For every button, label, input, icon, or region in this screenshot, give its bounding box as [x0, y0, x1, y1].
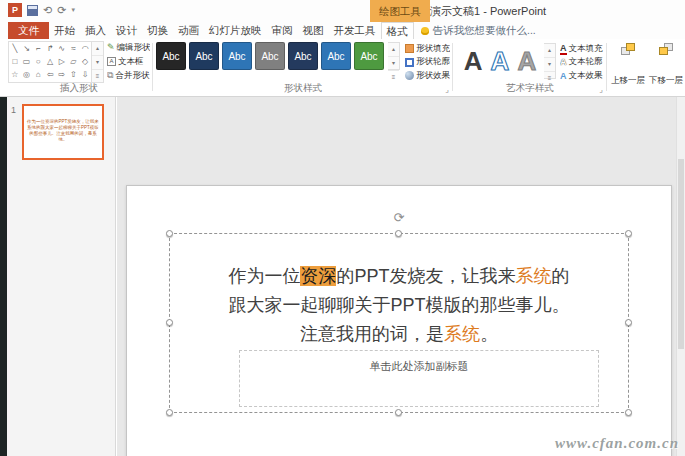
shape-effects-label: 形状效果: [416, 70, 450, 82]
shape-style-thumb[interactable]: Abc: [189, 42, 219, 70]
shape-glyph[interactable]: ▱: [68, 55, 80, 68]
dialog-launcher-icon[interactable]: ⌟: [445, 86, 449, 94]
selection-handle-bottom-middle[interactable]: [395, 409, 402, 416]
title-placeholder[interactable]: ⟳ 作为一位资深的PPT发烧友，让我来系统的跟大家一起聊聊关于PPT模版的那些事…: [169, 233, 629, 413]
slide-thumbnail-preview: 作为一位资深的PPT发烧友，让我来系统的跟大家一起聊聊关于PPT模版的那些事儿。…: [24, 106, 102, 143]
bring-forward-button[interactable]: 上移一层: [610, 43, 646, 87]
shape-outline-icon: [405, 58, 414, 67]
title-text-line: 注意我用的词，是系统。: [170, 320, 628, 349]
shape-style-thumb[interactable]: Abc: [354, 42, 384, 70]
selection-handle-top-right[interactable]: [625, 230, 632, 237]
watermark: www.cfan.com.cn: [555, 435, 679, 452]
scroll-down-icon[interactable]: ▾: [388, 56, 399, 70]
scroll-down-icon[interactable]: ▾: [92, 55, 103, 69]
edit-shape-icon: ✎: [107, 43, 115, 52]
slide-title-text[interactable]: 作为一位资深的PPT发烧友，让我来系统的跟大家一起聊聊关于PPT模版的那些事儿。…: [170, 262, 628, 349]
shape-glyph[interactable]: ▷: [56, 55, 68, 68]
subtitle-placeholder[interactable]: 单击此处添加副标题: [239, 350, 599, 407]
title-text-segment: 资深: [300, 266, 336, 286]
text-outline-label: 文本轮廓: [569, 56, 603, 68]
shape-fill-button[interactable]: 形状填充 ▾: [405, 42, 450, 55]
scroll-up-icon[interactable]: ▴: [92, 42, 103, 55]
qat-customize-dropdown-icon[interactable]: ▾: [71, 6, 75, 14]
selection-handle-top-left[interactable]: [166, 230, 173, 237]
text-fill-button[interactable]: A 文本填充 ▾: [560, 42, 604, 55]
tab-file[interactable]: 文件: [8, 22, 49, 39]
wordart-gallery: A A A: [458, 43, 542, 79]
shape-glyph[interactable]: ⌂: [32, 68, 44, 81]
shape-style-thumb[interactable]: Abc: [321, 42, 351, 70]
scrollbar-thumb[interactable]: [678, 159, 684, 349]
shape-style-thumb[interactable]: Abc: [288, 42, 318, 70]
shape-glyph[interactable]: △: [44, 55, 56, 68]
tab-view[interactable]: 视图: [298, 22, 329, 39]
shape-glyph[interactable]: ○: [32, 55, 44, 68]
text-box-label: 文本框: [118, 56, 144, 68]
wordart-style-thumb[interactable]: A: [464, 48, 483, 74]
shape-style-gallery: AbcAbcAbcAbcAbcAbcAbc: [156, 42, 384, 70]
shape-glyph[interactable]: ≈: [68, 42, 80, 55]
tab-transitions[interactable]: 切换: [142, 22, 173, 39]
send-backward-button[interactable]: 下移一层: [648, 43, 684, 87]
edit-shape-button[interactable]: ✎ 编辑形状 ▾: [107, 41, 150, 54]
wordart-gallery-scrollbar[interactable]: ▴ ▾ ≡: [544, 43, 556, 79]
shape-glyph[interactable]: ☆: [9, 68, 21, 81]
text-effects-button[interactable]: A 文本效果 ▾: [560, 69, 604, 82]
scroll-down-icon[interactable]: ▾: [544, 57, 555, 71]
shape-glyph[interactable]: ⌐: [32, 42, 44, 55]
shape-glyph[interactable]: ↘: [21, 42, 33, 55]
gallery-more-icon[interactable]: ≡: [92, 69, 103, 83]
shape-glyph[interactable]: ⇦: [44, 68, 56, 81]
tab-home[interactable]: 开始: [49, 22, 80, 39]
shape-glyph[interactable]: ◇: [79, 55, 91, 68]
rotate-handle-icon[interactable]: ⟳: [394, 210, 405, 225]
shape-glyph[interactable]: ↱: [44, 42, 56, 55]
scroll-up-icon[interactable]: ▴: [544, 44, 555, 57]
redo-icon[interactable]: ⟳: [57, 3, 66, 17]
merge-shapes-button[interactable]: ⧉ 合并形状 ▾: [107, 69, 150, 82]
shape-glyph[interactable]: □: [9, 55, 21, 68]
shape-style-thumb[interactable]: Abc: [255, 42, 285, 70]
tab-review[interactable]: 审阅: [267, 22, 298, 39]
tab-format[interactable]: 格式: [381, 22, 414, 39]
selection-handle-top-middle[interactable]: [395, 230, 402, 237]
slide-thumbnail[interactable]: 作为一位资深的PPT发烧友，让我来系统的跟大家一起聊聊关于PPT模版的那些事儿。…: [22, 104, 104, 160]
shape-glyph[interactable]: ╲: [9, 42, 21, 55]
tab-slideshow[interactable]: 幻灯片放映: [204, 22, 267, 39]
group-label-wordart-styles: 艺术字样式: [456, 82, 604, 95]
tab-animations[interactable]: 动画: [173, 22, 204, 39]
undo-icon[interactable]: ⟲: [43, 3, 52, 17]
save-icon[interactable]: [27, 5, 38, 16]
shape-glyph[interactable]: ∿: [56, 42, 68, 55]
tab-developer[interactable]: 开发工具: [329, 22, 381, 39]
lightbulb-icon: [421, 27, 429, 35]
selection-handle-bottom-left[interactable]: [166, 409, 173, 416]
shape-glyph[interactable]: ⇩: [79, 68, 91, 81]
tab-design[interactable]: 设计: [111, 22, 142, 39]
shape-gallery-scrollbar[interactable]: ▴ ▾ ≡: [92, 41, 104, 83]
powerpoint-icon[interactable]: P: [8, 3, 22, 17]
shape-glyph[interactable]: ◠: [79, 42, 91, 55]
wordart-style-thumb[interactable]: A: [517, 48, 536, 74]
shape-style-thumb[interactable]: Abc: [156, 42, 186, 70]
shape-glyph[interactable]: ◎: [21, 68, 33, 81]
wordart-style-thumb[interactable]: A: [491, 48, 510, 74]
tab-insert[interactable]: 插入: [80, 22, 111, 39]
vertical-scrollbar[interactable]: [676, 97, 685, 456]
tell-me-box[interactable]: 告诉我您想要做什么...: [414, 22, 543, 39]
merge-shapes-icon: ⧉: [107, 71, 113, 80]
selection-handle-bottom-right[interactable]: [625, 409, 632, 416]
text-outline-button[interactable]: A 文本轮廓 ▾: [560, 56, 604, 69]
scroll-up-icon[interactable]: ▴: [388, 43, 399, 56]
shape-glyph[interactable]: ⇧: [68, 68, 80, 81]
shape-style-thumb[interactable]: Abc: [222, 42, 252, 70]
quick-access-toolbar: P ⟲ ⟳ ▾: [8, 3, 75, 17]
text-box-button[interactable]: A 文本框: [107, 55, 150, 68]
shape-outline-button[interactable]: 形状轮廓 ▾: [405, 56, 450, 69]
slide[interactable]: ⟳ 作为一位资深的PPT发烧友，让我来系统的跟大家一起聊聊关于PPT模版的那些事…: [126, 185, 672, 456]
shape-style-gallery-scrollbar[interactable]: ▴ ▾ ≡: [388, 42, 400, 70]
dialog-launcher-icon[interactable]: ⌟: [599, 86, 603, 94]
shape-glyph[interactable]: ▭: [21, 55, 33, 68]
shape-glyph[interactable]: ⇨: [56, 68, 68, 81]
shape-effects-button[interactable]: 形状效果 ▾: [405, 69, 450, 82]
